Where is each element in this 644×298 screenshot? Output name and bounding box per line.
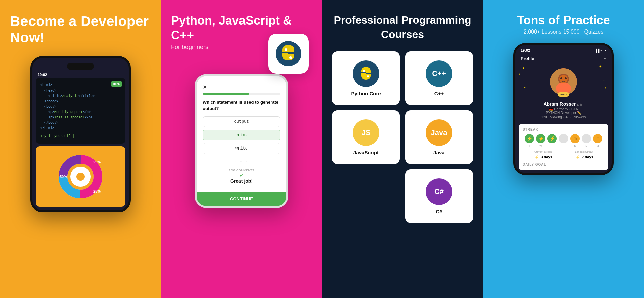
avatar-svg xyxy=(550,68,577,95)
python-logo xyxy=(357,64,375,83)
quiz-option-1[interactable]: output xyxy=(203,116,280,127)
streak-title: STREAK xyxy=(523,128,604,131)
day-label-m: M xyxy=(597,144,599,147)
checkmark-icon: ✓ xyxy=(203,172,280,178)
streak-card: STREAK ⚡ T ⚡ W ⚡ T F xyxy=(519,124,608,170)
donut-wrap: 50% 25% 25% xyxy=(57,153,104,200)
profile-location: 🇩🇪 Germany · Lvl 6 xyxy=(521,107,606,111)
day-label-s2: S xyxy=(585,144,587,147)
profile-info: Abram Rosser ⌂ in 🇩🇪 Germany · Lvl 6 PYT… xyxy=(515,98,612,121)
svg-point-14 xyxy=(560,77,562,79)
donut-center-dot xyxy=(76,173,85,181)
pro-badge: PRO xyxy=(558,92,569,97)
percent-25a: 25% xyxy=(93,160,101,164)
svg-point-15 xyxy=(565,77,567,79)
comment-count: 2591 COMMENTS xyxy=(203,169,280,172)
streak-bubble-s1: ⊞ xyxy=(570,134,580,143)
cpp-course-icon: C++ xyxy=(426,60,452,87)
star-1: ✦ xyxy=(522,66,525,70)
star-4: ✦ xyxy=(603,80,605,82)
course-card-cpp[interactable]: C++ C++ xyxy=(405,51,473,105)
streak-bubble-m: ⊞ xyxy=(593,134,602,143)
phone-mockup-1: 19:02 HTML <html> <head> <title>Analysis… xyxy=(30,56,131,212)
panel-courses: Professional Programming Courses Python … xyxy=(322,0,483,298)
quiz-close-icon[interactable]: ✕ xyxy=(203,84,280,91)
code-line-2: <head> xyxy=(40,88,121,94)
course-card-java[interactable]: Java Java xyxy=(405,110,473,164)
streak-bubble-f xyxy=(559,134,568,143)
progress-fill xyxy=(203,93,249,95)
percent-50: 50% xyxy=(60,175,67,179)
avatar xyxy=(550,68,577,95)
code-line-5: <body> xyxy=(40,104,121,110)
current-streak-val: ⚡ 3 days xyxy=(534,154,552,160)
percent-25b: 25% xyxy=(93,189,101,193)
csharp-course-label: C# xyxy=(436,208,442,214)
quiz-option-3[interactable]: write xyxy=(203,143,280,154)
streak-bubble-w: ⚡ xyxy=(536,134,545,143)
code-line-8: </body> xyxy=(40,120,121,126)
course-card-js[interactable]: JS JavaScript xyxy=(332,110,400,164)
phone-time-4: 19:02 xyxy=(521,48,530,52)
donut-chart-container: 50% 25% 25% xyxy=(36,146,125,207)
github-icon: ⌂ in xyxy=(577,102,583,106)
panel-become-developer: Become a Developer Now! 19:02 HTML <html… xyxy=(0,0,161,298)
longest-streak-stat: Longest Streak ⚡ 7 days xyxy=(575,150,593,160)
panel3-title: Professional Programming Courses xyxy=(332,13,473,41)
longest-streak-icon: ⚡ xyxy=(575,154,581,160)
panel-python-js-cpp: Python, JavaScript & C++ For beginners ✕… xyxy=(161,0,322,298)
code-line-9: </html> xyxy=(40,126,121,131)
day-label-f: F xyxy=(563,144,565,147)
current-streak-label: Current Streak xyxy=(534,150,552,153)
csharp-text: C# xyxy=(434,187,444,196)
code-screen: HTML <html> <head> <title>Analysis</titl… xyxy=(36,78,125,144)
continue-button[interactable]: CONTINUE xyxy=(197,192,286,206)
profile-name: Abram Rosser ⌂ in xyxy=(521,101,606,107)
courses-grid: Python Core C++ C++ JS JavaScript Java J… xyxy=(332,51,473,223)
panel4-subtitle: 2,000+ Lessons 15,000+ Quizzes xyxy=(490,29,637,35)
try-it-label: Try it yourself | xyxy=(40,134,121,139)
streak-bubble-s2 xyxy=(582,134,591,143)
more-options-icon[interactable]: ··· xyxy=(602,56,606,61)
daily-goal-label: DAILY GOAL xyxy=(523,163,604,166)
phone-status-icons: ▐▐ ᯤ ▮ xyxy=(595,49,606,52)
svg-point-6 xyxy=(289,56,292,59)
longest-streak-label: Longest Streak xyxy=(575,150,593,153)
day-label-t2: T xyxy=(551,144,553,147)
java-text: Java xyxy=(431,128,447,137)
great-job-text: Great job! xyxy=(203,178,280,184)
code-line-3: <title>Analysis</title> xyxy=(40,94,121,99)
course-card-csharp[interactable]: C# C# xyxy=(405,169,473,223)
code-line-4: </head> xyxy=(40,99,121,104)
svg-point-9 xyxy=(367,75,369,77)
phone-notch-1 xyxy=(67,63,94,70)
star-6: ✦ xyxy=(604,86,607,90)
streak-bubble-t2: ⚡ xyxy=(547,134,557,143)
profile-following: 120 Following · 378 Followers xyxy=(521,115,606,119)
python-course-label: Python Core xyxy=(351,91,381,96)
star-5: ✦ xyxy=(524,86,526,90)
course-card-python[interactable]: Python Core xyxy=(332,51,400,105)
panel1-title: Become a Developer Now! xyxy=(10,13,151,46)
csharp-course-icon: C# xyxy=(426,178,452,205)
current-streak-stat: Current Streak ⚡ 3 days xyxy=(534,150,552,160)
quiz-screen: ✕ Which statement is used to generate ou… xyxy=(200,81,283,189)
phone-time-1: 19:02 xyxy=(36,73,125,78)
profile-title: Profile xyxy=(521,56,534,61)
longest-streak-number: 7 days xyxy=(582,155,593,159)
quiz-feedback: 2591 COMMENTS ✓ Great job! xyxy=(203,167,280,186)
phone-mockup-2: ✕ Which statement is used to generate ou… xyxy=(195,74,288,208)
day-label-s1: S xyxy=(574,144,576,147)
cpp-text: C++ xyxy=(432,69,446,78)
quiz-option-2[interactable]: print xyxy=(203,130,280,140)
phone-mockup-4: 19:02 ▐▐ ᯤ ▮ Profile ··· ✦ ✦ ✦ ✦ ✦ ✦ xyxy=(513,43,614,175)
code-line-7: <p>This is special</p> xyxy=(40,115,121,120)
quiz-dots: · · · xyxy=(203,157,280,167)
profile-role: PYTHON Developer ✏️ xyxy=(521,111,606,115)
star-2: ✦ xyxy=(599,65,602,68)
js-course-icon: JS xyxy=(353,119,379,146)
cpp-course-label: C++ xyxy=(434,91,444,96)
streak-days-row: ⚡ T ⚡ W ⚡ T F ⊞ S xyxy=(523,134,604,147)
streak-day-t2: ⚡ T xyxy=(547,134,557,147)
progress-bar xyxy=(203,93,280,95)
